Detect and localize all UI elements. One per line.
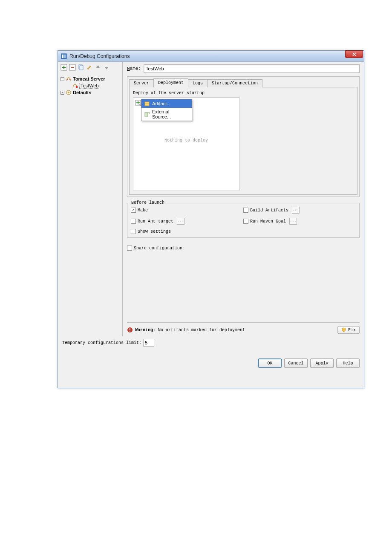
fix-label: Fix	[348, 328, 356, 332]
checkbox-icon[interactable]	[131, 229, 136, 234]
svg-point-7	[87, 68, 89, 69]
checkbox-show-settings[interactable]: Show settings	[131, 229, 243, 234]
svg-rect-6	[80, 66, 83, 70]
tab-startup-connection[interactable]: Startup/Connection	[207, 79, 262, 87]
checkbox-icon[interactable]	[243, 219, 248, 224]
run-debug-configurations-dialog: Run/Debug Configurations − Tomcat Server	[58, 50, 364, 388]
menu-item-external-source[interactable]: External Source...	[141, 108, 192, 121]
tab-logs[interactable]: Logs	[188, 79, 208, 87]
checkbox-icon[interactable]	[131, 219, 136, 224]
tab-server[interactable]: Server	[129, 79, 154, 87]
ok-button[interactable]: OK	[258, 358, 282, 368]
expander-icon[interactable]: −	[61, 77, 64, 81]
svg-point-8	[67, 79, 68, 80]
checkbox-run-maven[interactable]: Run Maven Goal ···	[243, 218, 356, 225]
checkbox-label: Run Maven Goal	[250, 219, 286, 224]
temp-limit-row: Temporary configurations limit:	[62, 339, 360, 347]
checkbox-label: Share configuration	[134, 246, 182, 251]
footer: Temporary configurations limit: OK Cance…	[58, 336, 364, 372]
bulb-icon	[341, 327, 346, 332]
tomcat-local-icon	[72, 83, 78, 89]
warning-icon	[127, 327, 133, 333]
config-tree: − Tomcat Server TestWeb + Defaults	[58, 73, 122, 98]
titlebar: Run/Debug Configurations	[58, 51, 364, 62]
tabs: Server Deployment Logs Startup/Connectio…	[129, 78, 357, 87]
before-launch-group: Before launch Make Build Artifacts ··· R…	[127, 203, 360, 238]
svg-point-12	[68, 92, 69, 93]
svg-point-19	[342, 328, 346, 331]
tomcat-icon	[66, 76, 72, 82]
remove-icon[interactable]	[69, 64, 76, 71]
add-deploy-menu: Artifact... External Source...	[141, 99, 192, 121]
before-launch-legend: Before launch	[130, 200, 166, 205]
tree-node-testweb[interactable]: TestWeb	[61, 82, 121, 89]
svg-rect-2	[64, 55, 66, 58]
name-input[interactable]	[144, 64, 360, 73]
tab-body-deployment: Deploy at the server startup Artifact...	[129, 87, 357, 195]
tab-deployment[interactable]: Deployment	[153, 78, 188, 87]
add-icon[interactable]	[61, 64, 67, 71]
checkbox-run-ant[interactable]: Run Ant target ···	[131, 218, 243, 225]
tree-label: Defaults	[73, 90, 91, 95]
tree-node-defaults[interactable]: + Defaults	[61, 89, 121, 96]
window-title: Run/Debug Configurations	[69, 53, 130, 59]
move-down-icon[interactable]	[103, 64, 110, 71]
checkbox-icon[interactable]	[127, 246, 132, 251]
svg-rect-15	[145, 113, 148, 116]
expander-icon[interactable]: +	[61, 91, 64, 95]
checkbox-share-configuration[interactable]: Share configuration	[127, 246, 360, 251]
checkbox-make[interactable]: Make	[131, 207, 243, 214]
close-button[interactable]	[345, 50, 363, 58]
deploy-placeholder: Nothing to deploy	[133, 138, 239, 143]
external-source-icon	[144, 111, 150, 117]
checkbox-label: Make	[138, 208, 148, 213]
svg-rect-14	[145, 102, 149, 106]
svg-rect-20	[343, 331, 344, 332]
svg-rect-17	[130, 328, 130, 330]
checkbox-label: Run Ant target	[138, 219, 173, 224]
ellipsis-button[interactable]: ···	[292, 207, 300, 214]
svg-rect-18	[130, 331, 130, 332]
checkbox-label: Show settings	[138, 229, 171, 234]
app-icon	[61, 53, 67, 60]
menu-item-label: External Source...	[152, 109, 189, 119]
tab-group: Server Deployment Logs Startup/Connectio…	[127, 76, 360, 197]
apply-button[interactable]: Apply	[310, 358, 334, 368]
checkbox-build-artifacts[interactable]: Build Artifacts ···	[243, 207, 356, 214]
checkbox-label: Build Artifacts	[250, 208, 288, 213]
right-panel: Name: Server Deployment Logs Startup/Con…	[123, 62, 364, 336]
defaults-icon	[66, 90, 72, 95]
svg-rect-1	[62, 55, 63, 58]
name-label: Name:	[127, 66, 141, 71]
ellipsis-button[interactable]: ···	[177, 218, 184, 225]
menu-item-label: Artifact...	[152, 101, 170, 106]
checkbox-icon[interactable]	[243, 208, 248, 213]
move-up-icon[interactable]	[95, 64, 101, 71]
svg-rect-0	[61, 54, 66, 59]
warning-row: Warning: No artifacts marked for deploym…	[127, 322, 360, 334]
name-row: Name:	[127, 64, 360, 73]
warning-text: Warning: No artifacts marked for deploym…	[135, 328, 245, 332]
ellipsis-button[interactable]: ···	[289, 218, 297, 225]
artifact-icon	[144, 101, 150, 107]
deploy-caption: Deploy at the server startup	[133, 91, 354, 95]
tree-node-tomcat[interactable]: − Tomcat Server	[61, 75, 121, 82]
copy-icon[interactable]	[78, 64, 84, 71]
cancel-button[interactable]: Cancel	[284, 358, 308, 368]
settings-icon[interactable]	[86, 64, 93, 71]
sidebar-toolbar	[58, 62, 122, 73]
dialog-buttons: OK Cancel Apply Help	[62, 358, 360, 368]
sidebar: − Tomcat Server TestWeb + Defaults	[58, 62, 123, 336]
temp-limit-input[interactable]	[143, 339, 154, 347]
menu-item-artifact[interactable]: Artifact...	[141, 99, 192, 108]
help-button[interactable]: Help	[336, 358, 360, 368]
temp-limit-label: Temporary configurations limit:	[62, 341, 141, 345]
svg-point-9	[69, 79, 70, 80]
svg-rect-10	[76, 86, 78, 88]
tree-label: Tomcat Server	[73, 76, 105, 81]
tree-label: TestWeb	[79, 83, 100, 89]
checkbox-icon[interactable]	[131, 208, 136, 213]
fix-button[interactable]: Fix	[337, 326, 360, 334]
deploy-list: Artifact... External Source... Nothing t…	[133, 97, 239, 191]
